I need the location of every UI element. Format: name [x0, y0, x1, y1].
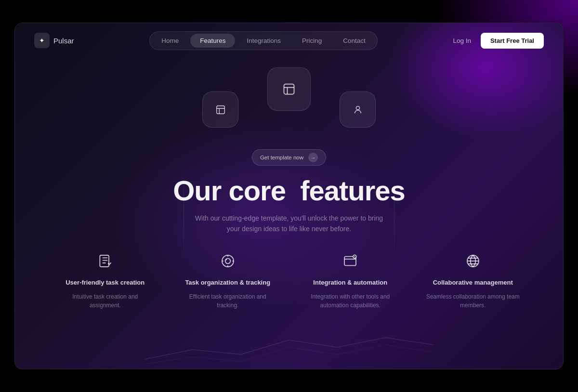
- hero-title-bold: features: [300, 175, 405, 206]
- feature-task-creation-title: User-friendly task creation: [66, 279, 144, 287]
- get-template-pill[interactable]: Get template now →: [252, 149, 326, 166]
- nav-contact[interactable]: Contact: [333, 34, 375, 48]
- feature-task-creation: User-friendly task creation Intuitive ta…: [57, 249, 153, 310]
- hero-subtitle: With our cutting-edge template, you'll u…: [188, 213, 390, 235]
- trial-button[interactable]: Start Free Trial: [481, 33, 544, 49]
- logo-text: Pulsar: [53, 37, 74, 45]
- bottom-chart: [144, 330, 434, 369]
- features-section: User-friendly task creation Intuitive ta…: [15, 239, 563, 315]
- float-card-center: [267, 67, 311, 111]
- nav-home[interactable]: Home: [152, 34, 188, 48]
- float-card-right: [340, 91, 376, 128]
- feature-integration-title: Integration & automation: [313, 279, 387, 287]
- integration-icon: [338, 249, 362, 273]
- nav-links: Home Features Integrations Pricing Conta…: [149, 31, 378, 50]
- feature-task-tracking-desc: Efficient task organization and tracking…: [180, 292, 276, 310]
- feature-task-creation-desc: Intuitive task creation and assignment.: [57, 292, 153, 310]
- nav-features[interactable]: Features: [190, 34, 235, 48]
- nav-integrations[interactable]: Integrations: [237, 34, 290, 48]
- svg-rect-3: [100, 255, 109, 267]
- logo-symbol: ✦: [39, 37, 45, 44]
- hero-title: Our core features: [173, 175, 405, 206]
- task-creation-icon: [93, 249, 117, 273]
- hero-title-light: Our core: [173, 175, 286, 206]
- feature-integration: Integration & automation Integration wit…: [302, 249, 398, 310]
- get-template-text: Get template now: [260, 155, 303, 160]
- logo-area: ✦ Pulsar: [34, 33, 74, 48]
- floating-icons: [193, 67, 385, 144]
- svg-rect-1: [216, 105, 224, 114]
- feature-collaboration-title: Collaborative management: [433, 279, 513, 287]
- navbar: ✦ Pulsar Home Features Integrations Pric…: [15, 23, 563, 58]
- hero-section: Get template now → Our core features Wit…: [15, 58, 563, 235]
- float-card-left: [202, 91, 238, 128]
- logo-icon: ✦: [34, 33, 50, 48]
- get-template-arrow-icon: →: [308, 153, 318, 162]
- svg-point-2: [356, 106, 359, 109]
- feature-collaboration-desc: Seamless collaboration among team member…: [425, 292, 521, 310]
- svg-rect-0: [284, 84, 294, 94]
- svg-point-4: [222, 255, 234, 267]
- nav-pricing[interactable]: Pricing: [292, 34, 331, 48]
- feature-task-tracking-title: Task organization & tracking: [185, 279, 270, 287]
- task-tracking-icon: [216, 249, 240, 273]
- nav-actions: Log In Start Free Trial: [453, 33, 544, 49]
- feature-task-tracking: Task organization & tracking Efficient t…: [180, 249, 276, 310]
- browser-frame: ✦ Pulsar Home Features Integrations Pric…: [14, 23, 564, 369]
- collaboration-icon: [461, 249, 485, 273]
- login-button[interactable]: Log In: [453, 37, 471, 44]
- feature-collaboration: Collaborative management Seamless collab…: [425, 249, 521, 310]
- feature-integration-desc: Integration with other tools and automat…: [302, 292, 398, 310]
